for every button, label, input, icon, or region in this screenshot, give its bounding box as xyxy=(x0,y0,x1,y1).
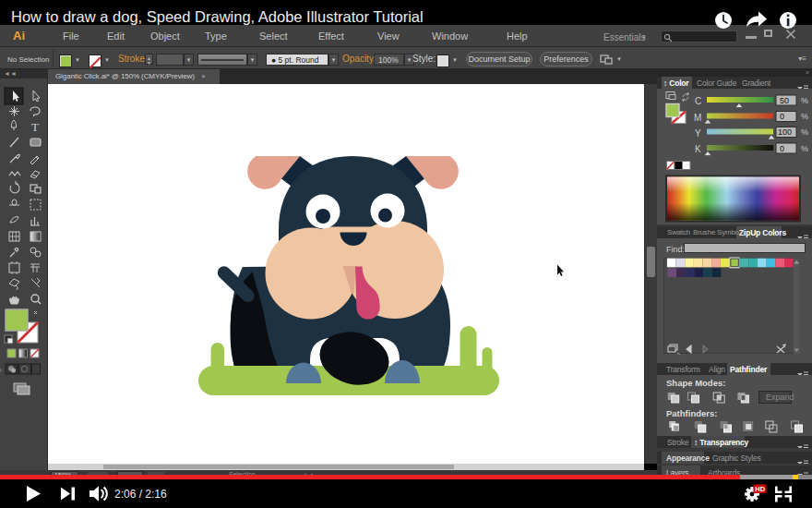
svg-text:K: K xyxy=(695,144,701,154)
svg-text:%: % xyxy=(801,144,808,153)
svg-text:50: 50 xyxy=(780,96,789,105)
svg-text:HD: HD xyxy=(755,485,765,493)
svg-text:T: T xyxy=(31,120,39,134)
svg-text:0: 0 xyxy=(780,112,784,121)
svg-text:Pathfinders:: Pathfinders: xyxy=(666,408,717,418)
svg-text:0: 0 xyxy=(780,144,784,153)
svg-text:Expand: Expand xyxy=(766,393,794,402)
svg-text:Y: Y xyxy=(695,128,701,139)
svg-text:%: % xyxy=(801,96,808,105)
svg-text:C: C xyxy=(695,96,701,106)
svg-text:M: M xyxy=(694,113,701,123)
svg-text:100: 100 xyxy=(778,127,792,137)
svg-text:%: % xyxy=(801,112,808,121)
svg-text:%: % xyxy=(801,127,808,137)
